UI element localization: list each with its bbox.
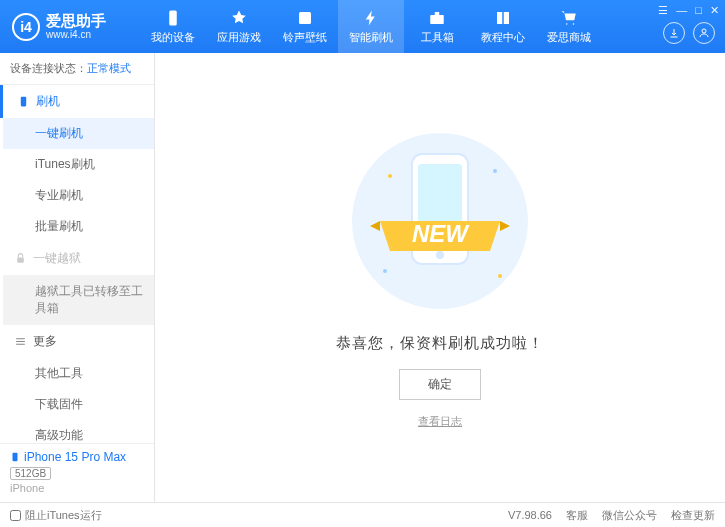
nav-label: 教程中心 <box>481 30 525 45</box>
menu-label: 更多 <box>33 333 57 350</box>
svg-rect-7 <box>13 453 18 461</box>
logo: i4 爱思助手 www.i4.cn <box>0 13 140 41</box>
block-itunes-checkbox[interactable]: 阻止iTunes运行 <box>10 508 102 523</box>
nav-store[interactable]: 爱思商城 <box>536 0 602 53</box>
jailbreak-note: 越狱工具已转移至工具箱 <box>3 275 154 325</box>
sidebar-item-itunes[interactable]: iTunes刷机 <box>3 149 154 180</box>
sidebar-item-firmware[interactable]: 下载固件 <box>3 389 154 420</box>
version-label: V7.98.66 <box>508 509 552 521</box>
nav-ringtones[interactable]: 铃声壁纸 <box>272 0 338 53</box>
nav-flash[interactable]: 智能刷机 <box>338 0 404 53</box>
maximize-icon[interactable]: □ <box>695 4 702 17</box>
footer-link-wechat[interactable]: 微信公众号 <box>602 508 657 523</box>
status-bar-footer: 阻止iTunes运行 V7.98.66 客服 微信公众号 检查更新 <box>0 502 725 527</box>
view-log-link[interactable]: 查看日志 <box>418 414 462 429</box>
sidebar-item-pro[interactable]: 专业刷机 <box>3 180 154 211</box>
menu-icon[interactable]: ☰ <box>658 4 668 17</box>
device-type: iPhone <box>10 482 144 494</box>
window-controls: ☰ — □ ✕ <box>658 4 719 17</box>
nav-label: 我的设备 <box>151 30 195 45</box>
main-content: NEW 恭喜您，保资料刷机成功啦！ 确定 查看日志 <box>155 53 725 502</box>
phone-icon <box>164 9 182 27</box>
more-icon <box>13 334 27 348</box>
ok-button[interactable]: 确定 <box>399 369 481 400</box>
flash-section-icon <box>16 95 30 109</box>
sidebar: 设备连接状态：正常模式 刷机 一键刷机 iTunes刷机 专业刷机 批量刷机 一… <box>0 53 155 502</box>
status-value: 正常模式 <box>87 62 131 74</box>
menu-jailbreak[interactable]: 一键越狱 <box>3 242 154 275</box>
app-name: 爱思助手 <box>46 13 106 30</box>
svg-point-11 <box>436 251 444 259</box>
connection-status: 设备连接状态：正常模式 <box>0 53 154 85</box>
nav-label: 爱思商城 <box>547 30 591 45</box>
svg-rect-2 <box>430 15 444 24</box>
menu-label: 刷机 <box>36 93 60 110</box>
toolbox-icon <box>428 9 446 27</box>
svg-point-4 <box>702 29 706 33</box>
menu-flash[interactable]: 刷机 <box>0 85 154 118</box>
nav-label: 智能刷机 <box>349 30 393 45</box>
nav-label: 工具箱 <box>421 30 454 45</box>
sidebar-item-other[interactable]: 其他工具 <box>3 358 154 389</box>
nav-label: 铃声壁纸 <box>283 30 327 45</box>
status-label: 设备连接状态： <box>10 62 87 74</box>
svg-point-14 <box>383 269 387 273</box>
device-info: iPhone 15 Pro Max 512GB iPhone <box>0 443 154 502</box>
footer-link-update[interactable]: 检查更新 <box>671 508 715 523</box>
logo-icon: i4 <box>12 13 40 41</box>
nav-tutorials[interactable]: 教程中心 <box>470 0 536 53</box>
footer-link-support[interactable]: 客服 <box>566 508 588 523</box>
svg-rect-3 <box>435 12 440 15</box>
minimize-icon[interactable]: — <box>676 4 687 17</box>
success-illustration: NEW <box>340 126 540 316</box>
lock-icon <box>13 252 27 266</box>
book-icon <box>494 9 512 27</box>
nav-my-device[interactable]: 我的设备 <box>140 0 206 53</box>
success-message: 恭喜您，保资料刷机成功啦！ <box>336 334 544 353</box>
cart-icon <box>560 9 578 27</box>
svg-rect-0 <box>169 10 177 25</box>
device-name[interactable]: iPhone 15 Pro Max <box>10 450 144 464</box>
new-banner-text: NEW <box>412 220 470 247</box>
sidebar-item-oneclick[interactable]: 一键刷机 <box>3 118 154 149</box>
top-nav: 我的设备 应用游戏 铃声壁纸 智能刷机 工具箱 教程中心 爱思商城 <box>140 0 602 53</box>
nav-label: 应用游戏 <box>217 30 261 45</box>
svg-rect-5 <box>20 97 25 107</box>
header-actions <box>663 22 715 44</box>
sidebar-item-advanced[interactable]: 高级功能 <box>3 420 154 443</box>
wallpaper-icon <box>296 9 314 27</box>
user-button[interactable] <box>693 22 715 44</box>
menu-label: 一键越狱 <box>33 250 81 267</box>
nav-apps[interactable]: 应用游戏 <box>206 0 272 53</box>
storage-badge: 512GB <box>10 467 51 480</box>
app-header: i4 爱思助手 www.i4.cn 我的设备 应用游戏 铃声壁纸 智能刷机 工具… <box>0 0 725 53</box>
close-icon[interactable]: ✕ <box>710 4 719 17</box>
svg-point-12 <box>388 174 392 178</box>
menu-more[interactable]: 更多 <box>3 325 154 358</box>
apps-icon <box>230 9 248 27</box>
nav-toolbox[interactable]: 工具箱 <box>404 0 470 53</box>
device-icon <box>10 450 20 464</box>
svg-rect-6 <box>17 257 24 262</box>
checkbox-label: 阻止iTunes运行 <box>25 508 102 523</box>
svg-point-15 <box>498 274 502 278</box>
sidebar-item-batch[interactable]: 批量刷机 <box>3 211 154 242</box>
download-button[interactable] <box>663 22 685 44</box>
svg-point-13 <box>493 169 497 173</box>
svg-rect-1 <box>299 12 311 24</box>
flash-icon <box>362 9 380 27</box>
app-url: www.i4.cn <box>46 29 106 40</box>
